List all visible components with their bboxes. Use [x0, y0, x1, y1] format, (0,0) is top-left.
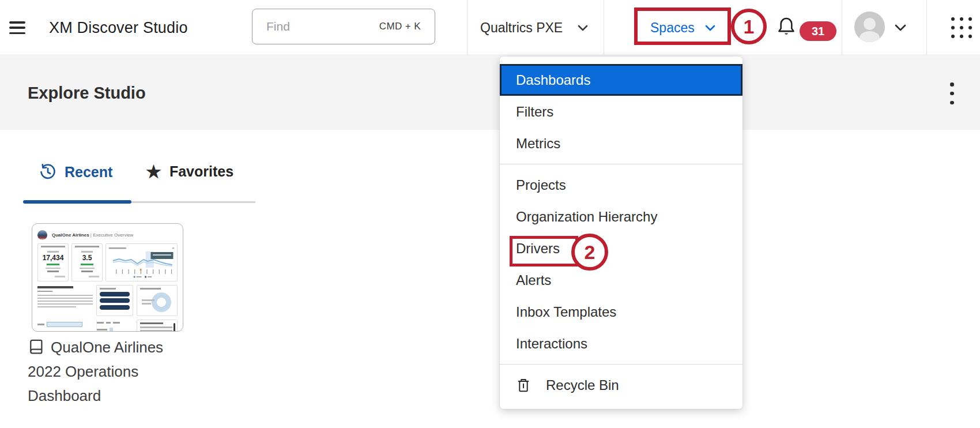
menu-item-metrics[interactable]: Metrics [500, 127, 742, 159]
spaces-dropdown-button[interactable]: Spaces [650, 0, 715, 55]
bar-chart-widget [37, 320, 93, 332]
menu-item-interactions[interactable]: Interactions [500, 328, 742, 359]
search-placeholder: Find [266, 20, 290, 33]
menu-divider [500, 364, 742, 365]
avatar-silhouette [864, 18, 876, 30]
menu-item-filters[interactable]: Filters [500, 96, 742, 127]
kpi-value: 17,434 [43, 254, 64, 262]
app-title: XM Discover Studio [49, 0, 188, 55]
tab-recent-label: Recent [65, 164, 112, 181]
search-shortcut-hint: CMD + K [379, 21, 421, 32]
menu-item-projects[interactable]: Projects [500, 169, 742, 201]
text-widget [37, 285, 93, 316]
page-header-band: Explore Studio [0, 56, 980, 130]
hamburger-menu-icon[interactable] [9, 21, 25, 34]
menu-item-organization-hierarchy[interactable]: Organization Hierarchy [500, 201, 742, 232]
donut-chart-widget [137, 285, 178, 316]
tab-favorites[interactable]: ★ Favorites [146, 163, 233, 180]
column-chart-widget [96, 320, 133, 332]
tab-recent[interactable]: Recent [39, 163, 112, 181]
search-input[interactable]: Find CMD + K [252, 9, 435, 44]
history-icon [39, 163, 56, 181]
tab-favorites-label: Favorites [169, 163, 233, 180]
kpi-tile: 3.5 [71, 243, 103, 281]
menu-item-inbox-templates[interactable]: Inbox Templates [500, 296, 742, 328]
kpi-value: 3.5 [82, 254, 92, 262]
chevron-down-icon [705, 25, 715, 31]
app-window: XM Discover Studio Find CMD + K Qualtric… [0, 0, 980, 428]
buttons-widget [96, 285, 133, 316]
tab-track [131, 201, 255, 203]
menu-item-dashboards[interactable]: Dashboards [500, 64, 742, 96]
book-icon [28, 338, 45, 355]
spaces-label: Spaces [650, 20, 695, 36]
divider [467, 0, 468, 55]
menu-divider [500, 164, 742, 164]
spaces-dropdown-menu: Dashboards Filters Metrics Projects Orga… [500, 57, 742, 409]
chevron-down-icon[interactable] [895, 24, 906, 31]
menu-item-drivers[interactable]: Drivers [500, 232, 742, 264]
active-tab-underline [23, 200, 131, 204]
thumbnail-dashboard-title: QualOne Airlines | Executive Overview [52, 232, 133, 238]
divider [604, 0, 604, 55]
chevron-down-icon [578, 25, 588, 31]
trend-chart-tile [105, 243, 178, 281]
notification-count-badge[interactable]: 31 [800, 21, 836, 41]
app-grid-icon[interactable] [951, 17, 973, 39]
brand-account-dropdown[interactable]: Qualtrics PXE [480, 0, 588, 55]
kpi-tile: 17,434 [37, 243, 69, 281]
user-avatar[interactable] [854, 12, 885, 42]
page-options-kebab-icon[interactable] [950, 82, 955, 104]
divider [842, 0, 842, 55]
brand-account-label: Qualtrics PXE [480, 20, 563, 36]
divider [926, 0, 927, 55]
top-bar: XM Discover Studio Find CMD + K Qualtric… [0, 0, 980, 55]
page-title: Explore Studio [28, 56, 146, 130]
star-icon: ★ [146, 164, 161, 180]
notifications-bell-icon[interactable] [777, 16, 796, 37]
dashboard-card-thumbnail[interactable]: QualOne Airlines | Executive Overview 17… [32, 223, 183, 332]
comment-widget [137, 320, 178, 332]
menu-item-alerts[interactable]: Alerts [500, 264, 742, 296]
trash-icon [516, 377, 531, 393]
menu-item-recycle-bin[interactable]: Recycle Bin [500, 369, 742, 401]
menu-item-label: Recycle Bin [546, 377, 619, 393]
dashboard-card-title[interactable]: QualOne Airlines 2022 Operations Dashboa… [28, 335, 184, 408]
airline-logo [37, 230, 47, 240]
